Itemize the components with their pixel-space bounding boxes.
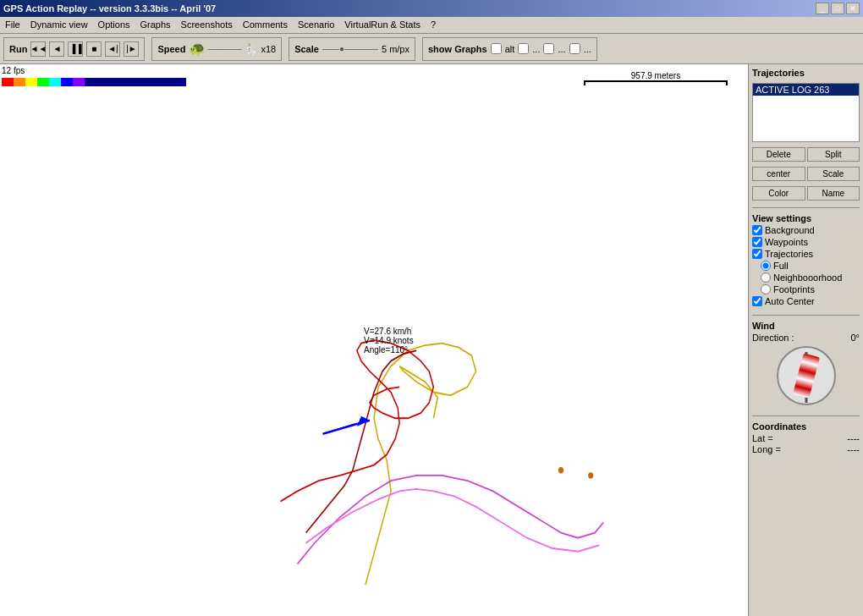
view-settings: View settings Background Waypoints Traje… bbox=[752, 213, 860, 308]
menu-screenshots[interactable]: Screenshots bbox=[176, 19, 238, 31]
maximize-button[interactable]: □ bbox=[831, 3, 844, 14]
split-button[interactable]: Split bbox=[807, 147, 860, 162]
waypoints-checkbox[interactable] bbox=[752, 237, 762, 247]
speed-label: Speed bbox=[157, 44, 185, 54]
speed-icon: 🐢 ———— 🐇 bbox=[189, 41, 257, 57]
menu-virtualrun[interactable]: VirtualRun & Stats bbox=[339, 19, 426, 31]
window-title: GPS Action Replay -- version 3.3.3bis --… bbox=[3, 3, 216, 14]
rewind-button[interactable]: ◄◄ bbox=[30, 41, 46, 57]
scale-button[interactable]: Scale bbox=[807, 167, 860, 181]
svg-point-3 bbox=[588, 472, 593, 478]
wind-direction-label: Direction : bbox=[752, 333, 794, 343]
lat-row: Lat = ---- bbox=[752, 433, 860, 443]
menu-options[interactable]: Options bbox=[93, 19, 135, 31]
trajectory-item-0[interactable]: ACTIVE LOG 263 bbox=[753, 84, 859, 96]
lat-value: ---- bbox=[847, 433, 860, 443]
trajectories-row: Trajectories bbox=[752, 249, 860, 259]
waypoints-label: Waypoints bbox=[765, 237, 808, 247]
divider-2 bbox=[752, 315, 860, 316]
run-label: Run bbox=[9, 44, 27, 54]
main-layout: 12 fps 957.9 meters bbox=[0, 64, 863, 616]
play-back-button[interactable]: ◄ bbox=[49, 41, 64, 57]
title-bar: GPS Action Replay -- version 3.3.3bis --… bbox=[0, 0, 863, 17]
btn-row-2: center Scale bbox=[752, 167, 860, 181]
menu-file[interactable]: File bbox=[0, 19, 25, 31]
center-button[interactable]: center bbox=[752, 167, 805, 181]
wind-section: Wind Direction : 0° bbox=[752, 321, 860, 409]
name-button[interactable]: Name bbox=[807, 186, 860, 201]
coordinates-section: Coordinates Lat = ---- Long = ---- bbox=[752, 421, 860, 455]
lat-label: Lat = bbox=[752, 433, 773, 443]
scale-slider-icon: ——●———— bbox=[322, 44, 378, 53]
autocenter-label: Auto Center bbox=[765, 296, 815, 306]
long-value: ---- bbox=[847, 444, 860, 454]
minimize-button[interactable]: _ bbox=[816, 3, 829, 14]
run-group: Run ◄◄ ◄ ▐▐ ■ ◄| |► bbox=[3, 37, 145, 61]
neighbourhood-radio[interactable] bbox=[761, 272, 771, 283]
right-panel: Trajectories ACTIVE LOG 263 Delete Split… bbox=[748, 64, 863, 616]
background-row: Background bbox=[752, 225, 860, 235]
graphs-opt1: ... bbox=[532, 44, 540, 54]
background-checkbox[interactable] bbox=[752, 225, 762, 235]
graphs-opt3: ... bbox=[584, 44, 591, 54]
menu-graphs[interactable]: Graphs bbox=[135, 19, 176, 31]
trajectories-checkbox[interactable] bbox=[752, 249, 762, 259]
footprints-radio[interactable] bbox=[761, 284, 771, 294]
full-label: Full bbox=[773, 261, 789, 271]
wind-sock bbox=[792, 353, 819, 398]
speed-group: Speed 🐢 ———— 🐇 x18 bbox=[151, 37, 282, 61]
color-button[interactable]: Color bbox=[752, 186, 805, 201]
show-graphs-group: show Graphs alt ... ... ... bbox=[422, 37, 597, 61]
show-graphs-2-checkbox[interactable] bbox=[543, 43, 554, 54]
show-graphs-3-checkbox[interactable] bbox=[569, 43, 580, 54]
close-button[interactable]: ✕ bbox=[846, 3, 860, 14]
toolbar: Run ◄◄ ◄ ▐▐ ■ ◄| |► Speed 🐢 ———— 🐇 x18 S… bbox=[0, 34, 863, 64]
svg-point-2 bbox=[558, 467, 563, 473]
menu-scenario[interactable]: Scenario bbox=[293, 19, 339, 31]
divider-1 bbox=[752, 207, 860, 208]
map-area[interactable]: 12 fps 957.9 meters bbox=[0, 64, 748, 616]
wind-indicator bbox=[777, 346, 836, 405]
autocenter-row: Auto Center bbox=[752, 296, 860, 306]
graphs-opt2: ... bbox=[558, 44, 565, 54]
footprints-label: Footprints bbox=[773, 284, 815, 294]
trajectory-list[interactable]: ACTIVE LOG 263 bbox=[752, 83, 860, 142]
long-label: Long = bbox=[752, 444, 781, 454]
stop-button[interactable]: ■ bbox=[86, 41, 102, 57]
autocenter-checkbox[interactable] bbox=[752, 296, 762, 306]
velocity-info: V=27.6 km/h V=14.9 knots Angle=110° bbox=[364, 327, 414, 355]
trajectories-label: Trajectories bbox=[765, 249, 813, 259]
scale-group: Scale ——●———— 5 m/px bbox=[289, 37, 415, 61]
menu-bar: File Dynamic view Options Graphs Screens… bbox=[0, 17, 863, 34]
background-label: Background bbox=[765, 225, 815, 235]
btn-row-3: Color Name bbox=[752, 186, 860, 201]
neighbourhood-label: Neighbooorhood bbox=[773, 272, 842, 283]
velocity-angle: Angle=110° bbox=[364, 345, 414, 355]
trajectories-title: Trajectories bbox=[752, 68, 860, 78]
step-back-button[interactable]: ◄| bbox=[105, 41, 120, 57]
long-row: Long = ---- bbox=[752, 444, 860, 454]
wind-direction-row: Direction : 0° bbox=[752, 333, 860, 343]
full-radio[interactable] bbox=[761, 261, 771, 271]
show-graphs-label: show Graphs bbox=[428, 44, 487, 54]
menu-help[interactable]: ? bbox=[426, 19, 441, 31]
view-settings-title: View settings bbox=[752, 213, 860, 223]
footprints-row: Footprints bbox=[752, 284, 860, 294]
velocity-knots: V=14.9 knots bbox=[364, 336, 414, 345]
velocity-kmh: V=27.6 km/h bbox=[364, 327, 414, 336]
menu-dynamic-view[interactable]: Dynamic view bbox=[25, 19, 93, 31]
waypoints-row: Waypoints bbox=[752, 237, 860, 247]
pause-button[interactable]: ▐▐ bbox=[68, 41, 83, 57]
play-button[interactable]: |► bbox=[124, 41, 139, 57]
btn-row-1: Delete Split bbox=[752, 147, 860, 162]
full-row: Full bbox=[752, 261, 860, 271]
scale-label: Scale bbox=[294, 44, 319, 54]
delete-button[interactable]: Delete bbox=[752, 147, 805, 162]
coordinates-title: Coordinates bbox=[752, 421, 860, 432]
menu-comments[interactable]: Comments bbox=[238, 19, 293, 31]
show-graphs-alt-checkbox[interactable] bbox=[491, 43, 502, 54]
wind-degrees: 0° bbox=[850, 333, 860, 343]
show-graphs-1-checkbox[interactable] bbox=[518, 43, 529, 54]
alt-label: alt bbox=[505, 44, 515, 54]
window-controls: _ □ ✕ bbox=[816, 3, 860, 14]
